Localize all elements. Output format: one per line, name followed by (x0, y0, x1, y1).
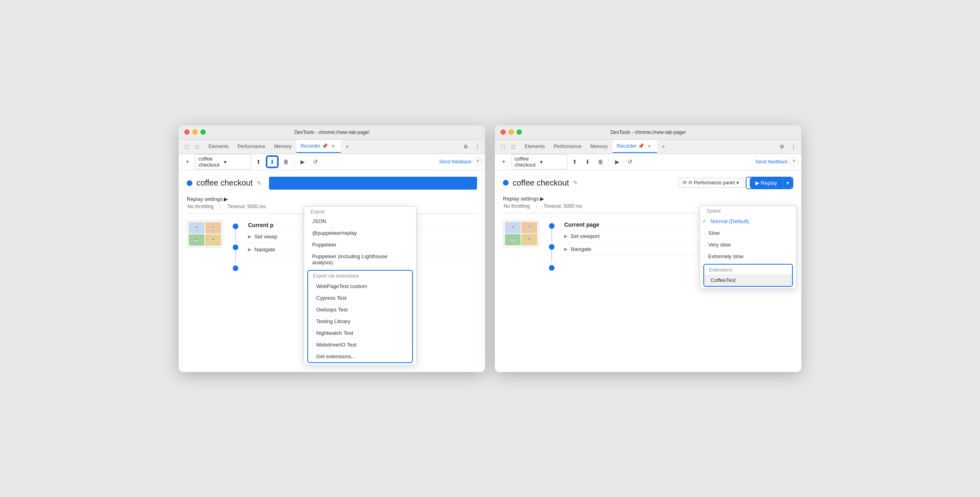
send-feedback-button-2[interactable]: Send feedback (755, 159, 788, 165)
send-feedback-button-1[interactable]: Send feedback (439, 159, 471, 165)
device-icon-1[interactable]: □ (192, 142, 202, 151)
titlebar-2: DevTools - chrome://new-tab-page/ (495, 125, 801, 140)
replay-arrow-button-2[interactable]: ▾ (783, 178, 792, 188)
edit-icon-1[interactable]: ✎ (257, 180, 262, 186)
speed-slow-2[interactable]: Slow (700, 227, 796, 239)
step-thumbnail-1: ☕ ☕ ☕ ☕ (187, 220, 223, 248)
help-icon-2[interactable]: ? (789, 157, 798, 166)
speed-dropdown-2: Speed Normal (Default) Slow Very slow Ex… (700, 205, 797, 289)
speed-normal-2[interactable]: Normal (Default) (700, 215, 796, 227)
ext-get-extensions-1[interactable]: Get extensions... (308, 351, 412, 362)
more-options-icon-1[interactable]: ⋮ (472, 142, 482, 151)
recording-name-2: coffee checkout (515, 156, 538, 168)
expand-icon-1a[interactable]: ▶ (248, 234, 251, 239)
traffic-lights-1 (184, 129, 206, 135)
speed-extremely-slow-2[interactable]: Extremely slow (700, 251, 796, 262)
speed-very-slow-2[interactable]: Very slow (700, 239, 796, 251)
device-icon-2[interactable]: □ (509, 142, 518, 151)
minimize-button-1[interactable] (192, 129, 198, 135)
titlebar-text-2: DevTools - chrome://new-tab-page/ (611, 129, 686, 135)
replay-settings-header-2[interactable]: Replay settings ▶ (503, 196, 793, 202)
ext-webpagetest-1[interactable]: WebPageTest custom (308, 280, 412, 292)
upload-icon-1[interactable]: ⬆ (253, 156, 264, 167)
tab-close-icon-2[interactable]: ✕ (646, 142, 653, 150)
minimize-button-2[interactable] (509, 129, 514, 135)
ext-webdriverio-1[interactable]: WebdriverIO Test (308, 339, 412, 351)
expand-icon-1b[interactable]: ▶ (248, 247, 251, 252)
tab-elements-2[interactable]: Elements (521, 141, 549, 152)
ext-coffeetest-2[interactable]: CoffeeTest (704, 274, 792, 286)
more-options-icon-2[interactable]: ⋮ (788, 142, 798, 151)
export-puppeteer-replay-1[interactable]: @puppeteer/replay (304, 227, 416, 239)
export-puppeteer-1[interactable]: Puppeteer (304, 239, 416, 251)
tab-more-1[interactable]: » (342, 141, 352, 152)
cursor-icon-1[interactable]: ⬚ (182, 142, 192, 151)
tab-more-2[interactable]: » (658, 141, 669, 152)
export-puppeteer-lighthouse-1[interactable]: Puppeteer (including Lighthouse analysis… (304, 251, 416, 268)
performance-panel-button-2[interactable]: ⟳ ⟳ Performance panel ▾ (678, 178, 743, 188)
replay-circle-icon-1[interactable]: ↺ (310, 156, 321, 167)
download-btn-wrapper-1: ⬇ (266, 155, 279, 168)
play-icon-2[interactable]: ▶ (611, 156, 623, 167)
settings-icon-1[interactable]: ⚙ (461, 142, 471, 151)
trash-icon-2[interactable]: 🗑 (595, 156, 606, 167)
maximize-button-2[interactable] (517, 129, 522, 135)
step-thumbnail-2: ☕ ☕ ☕ ☕ (503, 220, 539, 247)
replay-settings-header-1[interactable]: Replay settings ▶ (187, 196, 477, 202)
export-dropdown-1: Export JSON @puppeteer/replay Puppeteer … (304, 206, 417, 365)
tab-performance-1[interactable]: Performance (234, 141, 269, 152)
recording-header-1: coffee checkout ✎ (187, 177, 477, 190)
tab-memory-2[interactable]: Memory (586, 141, 612, 152)
ext-nightwatch-1[interactable]: Nightwatch Test (308, 327, 412, 339)
ext-header-2: Extensions (704, 265, 792, 274)
tab-recorder-1[interactable]: Recorder 📌 ✕ (296, 140, 341, 153)
expand-icon-2a[interactable]: ▶ (564, 234, 567, 239)
tab-icons-left-2: ⬚ □ (498, 142, 518, 151)
timeline-1 (233, 220, 238, 271)
play-icon-1[interactable]: ▶ (297, 156, 308, 167)
download-icon-2[interactable]: ⬇ (582, 156, 593, 167)
ext-testing-library-1[interactable]: Testing Library (308, 315, 412, 327)
close-button-2[interactable] (500, 129, 506, 135)
timeout-label-2: Timeout: 5000 ms (544, 203, 582, 209)
add-recording-button-2[interactable]: + (498, 156, 509, 167)
toolbar-1: + coffee checkout ▾ ⬆ ⬇ 🗑 ▶ ↺ Send feedb… (179, 154, 485, 170)
tab-settings-area-1: ⚙ ⋮ (461, 142, 482, 151)
expand-icon-2b[interactable]: ▶ (564, 246, 567, 252)
step-line-2b (551, 250, 552, 262)
maximize-button-1[interactable] (200, 129, 206, 135)
replay-main-button-2[interactable]: ▶ Replay (750, 178, 783, 188)
trash-icon-1[interactable]: 🗑 (280, 156, 292, 167)
titlebar-1: DevTools - chrome://new-tab-page/ (179, 125, 485, 140)
tab-settings-area-2: ⚙ ⋮ (777, 142, 798, 151)
thumb-cell-1b: ☕ (205, 222, 221, 234)
recording-selector-2[interactable]: coffee checkout ▾ (511, 154, 567, 169)
timeline-2 (549, 220, 555, 271)
step-line-1b (235, 250, 236, 262)
thumb-cell-1d: ☕ (205, 234, 221, 246)
replay-circle-icon-2[interactable]: ↺ (624, 156, 636, 167)
recording-selector-1[interactable]: coffee checkout ▾ (195, 154, 251, 169)
edit-icon-2[interactable]: ✎ (573, 180, 578, 186)
step-line-2a (551, 229, 552, 241)
thumb-cell-1c: ☕ (189, 234, 204, 246)
help-icon-1[interactable]: ? (473, 157, 482, 166)
chevron-down-icon-1: ▾ (224, 159, 248, 165)
export-json-1[interactable]: JSON (304, 215, 416, 227)
upload-icon-2[interactable]: ⬆ (569, 156, 580, 167)
settings-icon-2[interactable]: ⚙ (777, 142, 787, 151)
perf-icon-2: ⟳ (683, 180, 687, 186)
tab-performance-2[interactable]: Performance (550, 141, 586, 152)
replay-btn-group-2: ▶ Replay ▾ (750, 178, 792, 188)
devtools-window-1: DevTools - chrome://new-tab-page/ ⬚ □ El… (179, 125, 485, 372)
ext-owloops-1[interactable]: Owloops Test (308, 304, 412, 315)
ext-cypress-1[interactable]: Cypress Test (308, 292, 412, 304)
tab-memory-1[interactable]: Memory (270, 141, 296, 152)
close-button-1[interactable] (184, 129, 190, 135)
download-icon-1[interactable]: ⬇ (267, 156, 278, 167)
tab-elements-1[interactable]: Elements (204, 141, 233, 152)
tab-close-icon-1[interactable]: ✕ (329, 142, 337, 150)
cursor-icon-2[interactable]: ⬚ (498, 142, 508, 151)
add-recording-button-1[interactable]: + (182, 156, 193, 167)
tab-recorder-2[interactable]: Recorder 📌 ✕ (613, 140, 657, 153)
